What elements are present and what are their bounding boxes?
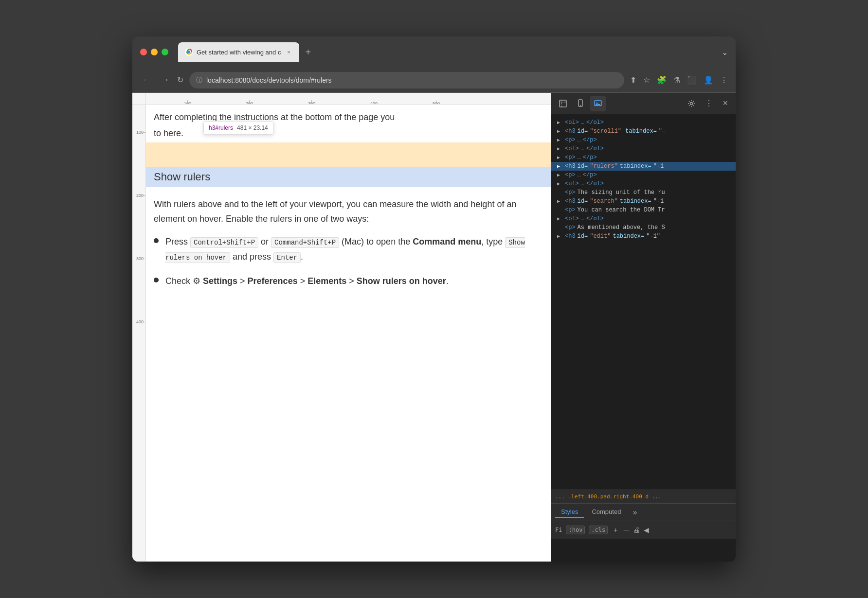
- dom-line-p1[interactable]: ▶ <p>…</p>: [551, 136, 736, 144]
- dom-line-h3-search[interactable]: ▶ <h3 id="search" tabindex="-1: [551, 197, 736, 206]
- maximize-traffic-light[interactable]: [162, 49, 168, 55]
- dom-triangle: ▶: [557, 155, 563, 160]
- inspect-element-button[interactable]: [555, 96, 571, 111]
- command-menu-bold: Command menu: [413, 237, 481, 246]
- devtools-settings-button[interactable]: [684, 96, 699, 111]
- dom-triangle: ▶: [557, 128, 563, 134]
- ruler-tick-400: 400: [374, 100, 374, 104]
- browser-actions: ⬆ ☆ 🧩 ⚗ ⬛ 👤 ⋮: [630, 75, 728, 85]
- ruler-tick-300: 300: [311, 100, 312, 104]
- devtools-bottom-panel: Styles Computed » Fi :hov .cls + ⸻ 🖨: [551, 503, 736, 562]
- dom-line-ul[interactable]: ▶ <ul>…</ul>: [551, 179, 736, 188]
- styles-print-button[interactable]: 🖨: [633, 526, 640, 534]
- page-body-area: 100 200 300 400 h3#rulers 481 × 23.14 Af…: [132, 105, 551, 562]
- window-down-arrow-icon[interactable]: ⌄: [722, 48, 728, 57]
- ruler-left-tick-200: 200: [132, 193, 145, 198]
- url-bar[interactable]: ⓘ localhost:8080/docs/devtools/dom/#rule…: [189, 72, 624, 88]
- window-controls: ⌄: [722, 48, 728, 57]
- ruler-left-tick-300: 300: [132, 256, 145, 261]
- lock-icon: ⓘ: [196, 76, 202, 85]
- devtools-more-button[interactable]: ⋮: [701, 96, 717, 111]
- bookmark-icon[interactable]: ☆: [643, 75, 650, 85]
- url-text: localhost:8080/docs/devtools/dom/#rulers: [206, 76, 332, 84]
- list-item-1-content: Press Control+Shift+P or Command+Shift+P…: [165, 234, 539, 264]
- share-icon[interactable]: ⬆: [630, 75, 636, 85]
- dom-line-ol1[interactable]: ▶ <ol>…</ol>: [551, 118, 736, 127]
- dom-triangle: ▶: [557, 172, 563, 178]
- devtools-panel: ⋮ × ▶ <ol>…</ol> ▶ <h3 id="scroll1" tabi…: [551, 93, 736, 562]
- devtools-close-button[interactable]: ×: [719, 96, 732, 110]
- devtools-toolbar: ⋮ ×: [551, 93, 736, 114]
- dom-line-p2[interactable]: ▶ <p>…</p>: [551, 153, 736, 162]
- tab-styles[interactable]: Styles: [555, 506, 584, 518]
- settings-icon: [687, 100, 695, 107]
- dom-line-p-search[interactable]: <p>You can search the DOM Tr: [551, 206, 736, 214]
- styles-cls-button[interactable]: .cls: [589, 526, 608, 534]
- ruler-left-tick-400: 400: [132, 319, 145, 324]
- dom-line-h3-edit[interactable]: ▶ <h3 id="edit" tabindex="-1": [551, 232, 736, 241]
- settings-gear-icon: ⚙: [193, 274, 200, 289]
- preferences-bold: Preferences: [248, 276, 298, 286]
- console-button[interactable]: [590, 96, 606, 111]
- main-area: 100 200 300 400: [132, 93, 736, 562]
- inspect-icon: [559, 99, 567, 108]
- profile-icon[interactable]: 👤: [704, 75, 713, 85]
- dom-triangle: ▶: [557, 137, 563, 143]
- reload-button[interactable]: ↻: [177, 75, 183, 85]
- dom-triangle: ▶: [557, 216, 563, 222]
- active-tab[interactable]: Get started with viewing and c ×: [178, 42, 299, 62]
- computed-tab-label: Computed: [592, 508, 621, 515]
- list-item-1: Press Control+Shift+P or Command+Shift+P…: [154, 234, 539, 264]
- code-enter: Enter: [273, 252, 301, 263]
- lab-icon[interactable]: ⚗: [673, 75, 680, 85]
- sidebar-icon[interactable]: ⬛: [687, 75, 697, 85]
- tab-computed[interactable]: Computed: [586, 506, 627, 518]
- dom-line-ol2[interactable]: ▶ <ol>…</ol>: [551, 144, 736, 153]
- devtools-dom-tree[interactable]: ▶ <ol>…</ol> ▶ <h3 id="scroll1" tabindex…: [551, 114, 736, 490]
- new-tab-button[interactable]: +: [301, 45, 315, 59]
- bullet-dot-1: [154, 238, 159, 243]
- traffic-lights: [140, 49, 168, 55]
- styles-hov-button[interactable]: :hov: [566, 526, 585, 534]
- dom-line-h3-scroll1[interactable]: ▶ <h3 id="scroll1" tabindex="-: [551, 127, 736, 136]
- tab-more-button[interactable]: »: [629, 506, 641, 519]
- page-top-text-cont: to here.: [154, 128, 183, 138]
- dom-triangle: ▶: [557, 163, 563, 169]
- bullet-list: Press Control+Shift+P or Command+Shift+P…: [154, 234, 539, 289]
- back-button[interactable]: ←: [140, 73, 153, 87]
- devtools-tabs: Styles Computed »: [551, 504, 736, 521]
- list-item-2-content: Check ⚙ Settings > Preferences > Element…: [165, 274, 449, 289]
- tab-bar: Get started with viewing and c × +: [178, 42, 716, 62]
- extensions-icon[interactable]: 🧩: [657, 75, 667, 85]
- dom-triangle: ▶: [557, 198, 563, 204]
- ruler-tick-500: 500: [436, 100, 436, 104]
- dom-line-p-mentioned[interactable]: <p>As mentioned above, the S: [551, 223, 736, 232]
- menu-icon[interactable]: ⋮: [720, 75, 728, 85]
- dom-line-p3[interactable]: ▶ <p>…</p>: [551, 171, 736, 179]
- close-traffic-light[interactable]: [140, 49, 147, 55]
- dom-line-h3-rulers[interactable]: ▶ <h3 id="rulers" tabindex="-1: [551, 162, 736, 171]
- title-bar: Get started with viewing and c × + ⌄: [132, 36, 736, 68]
- chrome-favicon: [185, 48, 193, 56]
- styles-tab-label: Styles: [561, 508, 578, 515]
- highlight-blue: Show rulers: [146, 167, 551, 187]
- ruler-top-inner: 100 200 300 400: [146, 93, 551, 104]
- minimize-traffic-light[interactable]: [151, 49, 158, 55]
- page-intro-text: With rulers above and to the left of you…: [154, 197, 539, 227]
- tab-close-button[interactable]: ×: [285, 48, 292, 56]
- console-icon: [594, 99, 602, 108]
- styles-back-button[interactable]: ◀: [644, 526, 649, 534]
- forward-button[interactable]: →: [159, 73, 171, 87]
- svg-point-6: [690, 102, 693, 105]
- breadcrumb-text: ... -left-400.pad-right-400 d ...: [555, 493, 662, 500]
- styles-add-rule-button[interactable]: +: [612, 526, 619, 534]
- page-heading: Show rulers: [154, 171, 210, 183]
- dom-line-p-sizing[interactable]: <p>The sizing unit of the ru: [551, 188, 736, 197]
- page-scroll-area[interactable]: h3#rulers 481 × 23.14 After completing t…: [146, 105, 551, 562]
- dom-line-ol3[interactable]: ▶ <ol>…</ol>: [551, 214, 736, 223]
- browser-window: Get started with viewing and c × + ⌄ ← →…: [132, 36, 736, 562]
- tab-title: Get started with viewing and c: [197, 49, 281, 56]
- device-toolbar-button[interactable]: [573, 96, 588, 111]
- devtools-breadcrumb: ... -left-400.pad-right-400 d ...: [551, 490, 736, 503]
- settings-bold: Settings: [203, 276, 237, 286]
